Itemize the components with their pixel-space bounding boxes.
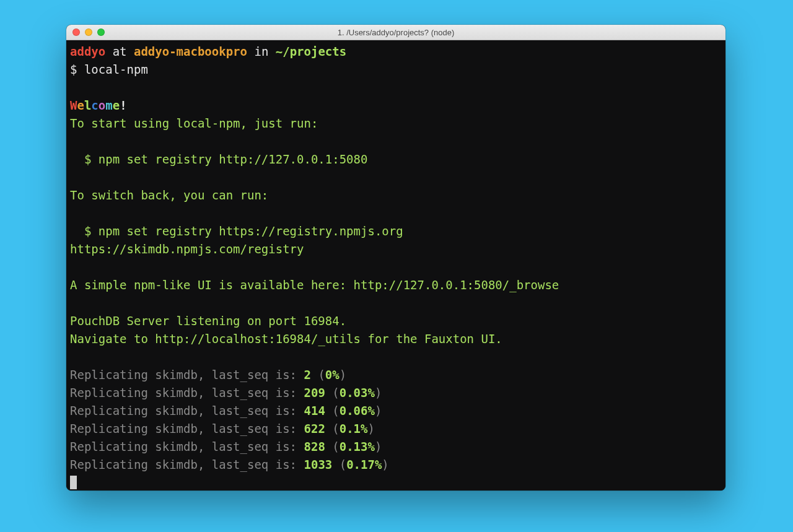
prompt-symbol: $ [70,63,84,76]
replication-prefix: Replicating skimdb, last_seq is: [70,422,304,435]
prompt-user: addyo [70,45,105,58]
command-text: local-npm [84,63,148,76]
replication-seq: 1033 [304,458,333,471]
command-line: $ local-npm [70,63,148,76]
replication-seq: 2 [304,368,311,382]
welcome-word: Welcome! [70,98,127,112]
window-title: 1. /Users/addyo/projects? (node) [66,28,725,37]
replication-pct: 0.13% [340,440,375,453]
welcome-letter: W [70,98,77,112]
close-icon[interactable] [72,28,80,36]
prompt-line: addyo at addyo-macbookpro in ~/projects [70,45,346,58]
line-pouch: PouchDB Server listening on port 16984. [70,314,346,328]
replication-seq: 209 [304,386,325,399]
line-switch: To switch back, you can run: [70,188,268,202]
replication-lines: Replicating skimdb, last_seq is: 2 (0%) … [70,368,389,471]
terminal-window: 1. /Users/addyo/projects? (node) addyo a… [66,25,725,491]
replication-pct: 0% [325,368,340,382]
welcome-letter: l [84,98,91,112]
prompt-in: in [247,45,276,58]
replication-prefix: Replicating skimdb, last_seq is: [70,440,304,453]
prompt-path: ~/projects [276,45,346,58]
minimize-icon[interactable] [85,28,92,36]
prompt-at: at [105,45,134,58]
welcome-letter: e [113,98,120,112]
replication-pct: 0.1% [340,422,368,435]
terminal-viewport[interactable]: addyo at addyo-macbookpro in ~/projects … [66,40,725,491]
replication-prefix: Replicating skimdb, last_seq is: [70,386,304,399]
replication-prefix: Replicating skimdb, last_seq is: [70,368,304,382]
line-skim: https://skimdb.npmjs.com/registry [70,242,304,256]
welcome-letter: o [99,98,105,112]
line-cmd1: $ npm set registry http://127.0.0.1:5080 [70,152,367,166]
zoom-icon[interactable] [97,28,105,36]
welcome-letter: ! [120,98,126,112]
prompt-host: addyo-macbookpro [134,45,247,58]
replication-prefix: Replicating skimdb, last_seq is: [70,458,304,471]
line-start: To start using local-npm, just run: [70,116,318,130]
line-nav: Navigate to http://localhost:16984/_util… [70,332,502,346]
replication-pct: 0.17% [346,458,382,471]
titlebar[interactable]: 1. /Users/addyo/projects? (node) [66,25,725,40]
welcome-letter: c [91,98,98,112]
replication-seq: 828 [304,440,325,453]
replication-pct: 0.06% [340,404,375,417]
replication-pct: 0.03% [340,386,375,399]
cursor-icon [70,476,77,489]
replication-seq: 414 [304,404,325,417]
replication-seq: 622 [304,422,325,435]
welcome-letter: m [105,98,112,112]
line-uiurl: A simple npm-like UI is available here: … [70,278,559,292]
line-cmd2: $ npm set registry https://registry.npmj… [70,224,403,238]
replication-prefix: Replicating skimdb, last_seq is: [70,404,304,417]
welcome-letter: e [77,98,84,112]
